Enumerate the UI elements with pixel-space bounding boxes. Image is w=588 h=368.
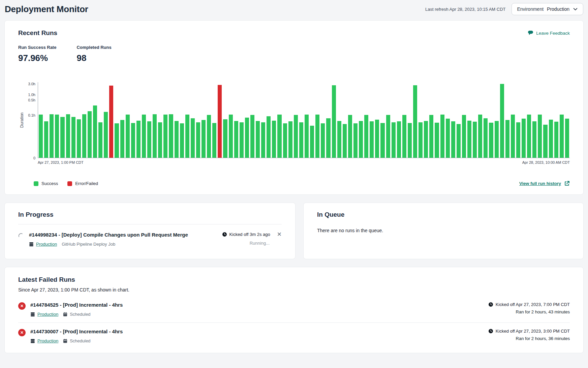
dismiss-run-button[interactable]: ✕ [277, 232, 282, 237]
environment-tag-link[interactable]: Production [30, 338, 58, 343]
run-bar-success[interactable] [402, 115, 406, 158]
run-bar-success[interactable] [207, 115, 211, 158]
run-bar-success[interactable] [435, 123, 439, 158]
run-bar-success[interactable] [538, 115, 542, 158]
run-bar-success[interactable] [348, 115, 352, 158]
run-bar-success[interactable] [332, 85, 336, 158]
run-bar-success[interactable] [294, 115, 298, 158]
run-bar-success[interactable] [180, 123, 184, 158]
run-bar-success[interactable] [277, 115, 281, 158]
run-bar-success[interactable] [554, 122, 558, 158]
run-bar-success[interactable] [419, 122, 423, 158]
run-bar-success[interactable] [343, 124, 347, 158]
run-bar-success[interactable] [191, 118, 195, 158]
run-bar-success[interactable] [163, 115, 167, 158]
run-bar-success[interactable] [489, 123, 493, 158]
run-bar-success[interactable] [565, 119, 569, 158]
run-bar-success[interactable] [500, 84, 504, 158]
environment-tag-link[interactable]: Production [30, 312, 58, 317]
run-bar-success[interactable] [429, 115, 433, 158]
run-bar-success[interactable] [413, 85, 417, 158]
run-bar-success[interactable] [126, 115, 130, 158]
run-bar-success[interactable] [115, 123, 119, 158]
view-run-history-link[interactable]: View full run history [519, 181, 570, 186]
run-bar-success[interactable] [169, 114, 173, 158]
run-bar-success[interactable] [93, 105, 97, 158]
run-bar-success[interactable] [131, 123, 135, 158]
run-bar-success[interactable] [516, 122, 520, 158]
run-bar-success[interactable] [375, 120, 379, 158]
run-bar-success[interactable] [256, 121, 260, 158]
run-bar-success[interactable] [82, 114, 86, 158]
run-bar-success[interactable] [380, 123, 384, 158]
run-bar-failed[interactable] [109, 86, 113, 158]
run-bar-success[interactable] [267, 116, 271, 158]
run-bar-success[interactable] [392, 122, 396, 158]
run-bar-success[interactable] [505, 120, 509, 158]
run-bar-success[interactable] [136, 121, 141, 158]
run-bar-success[interactable] [397, 121, 401, 158]
run-bar-success[interactable] [478, 115, 482, 158]
run-bar-success[interactable] [44, 121, 48, 158]
run-bar-success[interactable] [88, 111, 92, 158]
environment-dropdown[interactable]: Environment Production [512, 3, 583, 15]
run-bar-success[interactable] [549, 120, 553, 158]
run-bar-success[interactable] [50, 114, 54, 158]
run-bar-success[interactable] [364, 115, 368, 158]
run-bar-success[interactable] [326, 118, 330, 158]
run-bar-success[interactable] [359, 121, 363, 158]
run-bar-success[interactable] [446, 119, 450, 158]
run-bar-success[interactable] [245, 118, 249, 158]
run-bar-success[interactable] [104, 112, 108, 158]
run-bar-success[interactable] [272, 121, 276, 158]
run-bar-success[interactable] [202, 120, 206, 158]
run-bar-success[interactable] [440, 115, 444, 158]
run-bar-success[interactable] [353, 123, 358, 158]
run-bar-success[interactable] [250, 115, 254, 158]
run-bar-success[interactable] [543, 125, 547, 158]
run-bar-success[interactable] [495, 121, 499, 158]
environment-tag-link[interactable]: Production [29, 242, 57, 247]
run-bar-success[interactable] [60, 117, 64, 158]
run-bar-success[interactable] [321, 123, 325, 158]
run-bar-success[interactable] [511, 115, 515, 158]
run-bar-success[interactable] [315, 115, 319, 158]
run-bar-success[interactable] [408, 123, 412, 158]
run-bar-success[interactable] [196, 122, 200, 158]
run-bar-success[interactable] [467, 121, 471, 158]
run-bar-success[interactable] [305, 115, 309, 158]
run-bar-success[interactable] [229, 115, 233, 158]
run-bar-success[interactable] [175, 121, 179, 158]
failed-run-title[interactable]: #144784525 - [Prod] Incremental - 4hrs [30, 302, 123, 308]
run-bar-success[interactable] [71, 117, 75, 158]
run-bar-success[interactable] [560, 115, 564, 158]
leave-feedback-link[interactable]: Leave Feedback [528, 30, 570, 36]
run-bar-success[interactable] [185, 115, 189, 158]
failed-run-title[interactable]: #144730007 - [Prod] Incremental - 4hrs [30, 329, 123, 335]
run-bar-success[interactable] [55, 115, 59, 158]
run-bar-success[interactable] [212, 123, 216, 158]
run-bar-success[interactable] [532, 121, 536, 158]
run-bar-failed[interactable] [218, 85, 222, 158]
run-bar-success[interactable] [283, 123, 287, 158]
run-bar-success[interactable] [98, 122, 102, 158]
run-bar-success[interactable] [386, 115, 390, 158]
run-bar-success[interactable] [484, 118, 488, 158]
run-bar-success[interactable] [462, 115, 466, 158]
run-bar-success[interactable] [370, 121, 374, 158]
run-bar-success[interactable] [158, 122, 162, 158]
in-progress-run-title[interactable]: #144998234 - [Deploy] Compile Changes up… [29, 232, 188, 238]
run-bar-success[interactable] [147, 121, 151, 158]
run-bar-success[interactable] [288, 121, 292, 158]
run-bar-success[interactable] [473, 122, 477, 158]
run-bar-success[interactable] [223, 119, 227, 158]
run-bar-success[interactable] [310, 126, 314, 158]
run-bar-success[interactable] [66, 114, 70, 158]
run-bar-success[interactable] [153, 114, 157, 158]
run-bar-success[interactable] [424, 121, 428, 158]
run-bar-success[interactable] [451, 121, 455, 158]
run-bar-success[interactable] [240, 122, 244, 158]
run-bar-success[interactable] [337, 121, 341, 158]
run-bar-success[interactable] [527, 115, 531, 158]
run-bar-success[interactable] [234, 121, 238, 158]
